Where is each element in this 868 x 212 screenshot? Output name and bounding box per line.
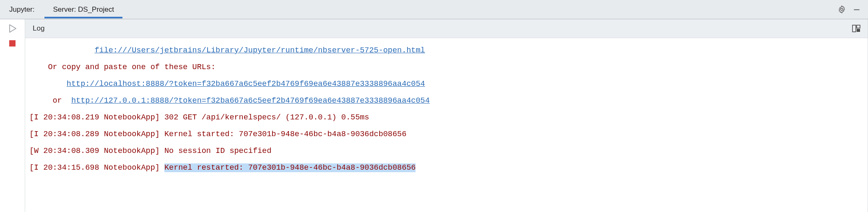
tab-jupyter[interactable]: Jupyter: [8, 1, 42, 18]
minimize-icon[interactable] [850, 3, 863, 16]
console-output[interactable]: file:///Users/jetbrains/Library/Jupyter/… [25, 38, 868, 212]
tool-window-tab-bar: Jupyter: Server: DS_Project [0, 0, 868, 19]
log-line: http://localhost:8888/?token=f32ba667a6c… [29, 80, 425, 88]
svg-rect-5 [857, 29, 860, 32]
main-area: Log file:///Users/jetbrains/Library/Jupy… [0, 19, 868, 212]
tab-server[interactable]: Server: DS_Project [45, 1, 122, 18]
log-line: [I 20:34:08.219 NotebookApp] 302 GET /ap… [29, 113, 369, 122]
svg-rect-3 [852, 25, 856, 32]
log-line: [I 20:34:15.698 NotebookApp] Kernel rest… [29, 163, 416, 172]
play-icon[interactable] [9, 24, 16, 33]
log-panel: Log file:///Users/jetbrains/Library/Jupy… [25, 19, 868, 212]
ip-url-link[interactable]: http://127.0.0.1:8888/?token=f32ba667a6c… [71, 96, 430, 105]
localhost-url-link[interactable]: http://localhost:8888/?token=f32ba667a6c… [67, 80, 425, 88]
log-line: or http://127.0.0.1:8888/?token=f32ba667… [29, 96, 430, 105]
log-line: file:///Users/jetbrains/Library/Jupyter/… [29, 46, 425, 55]
svg-marker-2 [10, 25, 16, 32]
svg-point-0 [840, 8, 842, 10]
gutter-toolbar [0, 19, 25, 212]
stop-icon[interactable] [9, 40, 16, 47]
log-header: Log [25, 19, 868, 38]
gear-icon[interactable] [835, 3, 848, 16]
svg-rect-1 [854, 9, 859, 10]
file-url-link[interactable]: file:///Users/jetbrains/Library/Jupyter/… [94, 46, 425, 55]
svg-rect-4 [857, 25, 860, 28]
log-label: Log [33, 24, 44, 33]
log-line: [I 20:34:08.289 NotebookApp] Kernel star… [29, 130, 406, 139]
layout-settings-icon[interactable] [850, 22, 863, 35]
highlighted-text: Kernel restarted: 707e301b-948e-46bc-b4a… [164, 163, 416, 172]
log-line: [W 20:34:08.309 NotebookApp] No session … [29, 147, 271, 155]
log-line: Or copy and paste one of these URLs: [29, 63, 216, 72]
